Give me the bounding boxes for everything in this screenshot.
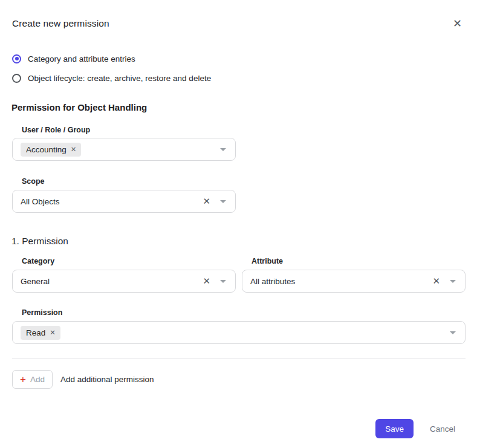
- section-heading-object-handling: Permission for Object Handling: [11, 103, 466, 112]
- clear-icon[interactable]: ✕: [432, 276, 440, 286]
- permission-select[interactable]: Read ✕: [12, 321, 466, 344]
- user-role-group-select[interactable]: Accounting ✕: [12, 138, 236, 161]
- category-attribute-labels-row: Category Attribute: [12, 257, 466, 265]
- scope-label: Scope: [22, 177, 466, 186]
- tag-text: Read: [26, 328, 45, 337]
- attribute-value: All attributes: [250, 277, 432, 286]
- permission-block-heading: 1. Permission: [11, 236, 466, 246]
- category-attribute-fields-row: General ✕ All attributes ✕: [12, 265, 466, 293]
- chevron-down-icon[interactable]: [450, 280, 456, 283]
- radio-selected-icon[interactable]: [12, 54, 21, 63]
- plus-icon: +: [20, 374, 26, 385]
- category-value: General: [21, 277, 203, 286]
- save-button[interactable]: Save: [375, 419, 414, 438]
- close-icon[interactable]: ✕: [453, 18, 462, 29]
- tag-remove-icon[interactable]: ✕: [71, 146, 77, 153]
- scope-select[interactable]: All Objects ✕: [12, 190, 236, 213]
- add-button-label: Add: [30, 375, 45, 384]
- chevron-down-icon[interactable]: [220, 280, 226, 283]
- attribute-select[interactable]: All attributes ✕: [242, 270, 466, 293]
- add-permission-button[interactable]: + Add: [12, 370, 53, 389]
- chevron-down-icon[interactable]: [450, 331, 456, 334]
- tag-remove-icon[interactable]: ✕: [50, 329, 56, 336]
- category-label: Category: [22, 257, 236, 265]
- radio-option-object-lifecycle[interactable]: Object lifecycle: create, archive, resto…: [12, 72, 466, 84]
- clear-icon[interactable]: ✕: [203, 196, 210, 206]
- scope-value: All Objects: [21, 197, 203, 206]
- radio-option-label: Object lifecycle: create, archive, resto…: [28, 74, 211, 83]
- permission-label: Permission: [22, 308, 466, 317]
- tag-text: Accounting: [26, 145, 67, 154]
- user-role-group-label: User / Role / Group: [22, 126, 466, 134]
- cancel-button[interactable]: Cancel: [430, 424, 455, 433]
- clear-icon[interactable]: ✕: [203, 276, 210, 286]
- category-select[interactable]: General ✕: [12, 270, 236, 293]
- chevron-down-icon[interactable]: [220, 200, 226, 203]
- chevron-down-icon[interactable]: [220, 148, 226, 151]
- attribute-label: Attribute: [251, 257, 466, 265]
- selected-tag-accounting: Accounting ✕: [21, 143, 81, 157]
- radio-option-label: Category and attribute entries: [28, 54, 135, 63]
- selected-tag-read: Read ✕: [21, 326, 60, 340]
- dialog-title: Create new permission: [12, 18, 109, 29]
- create-permission-dialog: Create new permission ✕ Category and att…: [0, 18, 477, 448]
- add-permission-row: + Add Add additional permission: [12, 370, 466, 389]
- dialog-header: Create new permission ✕: [12, 18, 466, 29]
- radio-option-category-attribute[interactable]: Category and attribute entries: [12, 53, 466, 65]
- divider: [12, 358, 466, 359]
- permission-type-radio-group: Category and attribute entries Object li…: [12, 53, 466, 84]
- dialog-footer: Save Cancel: [12, 419, 466, 438]
- add-permission-description: Add additional permission: [60, 375, 154, 384]
- radio-unselected-icon[interactable]: [12, 74, 21, 83]
